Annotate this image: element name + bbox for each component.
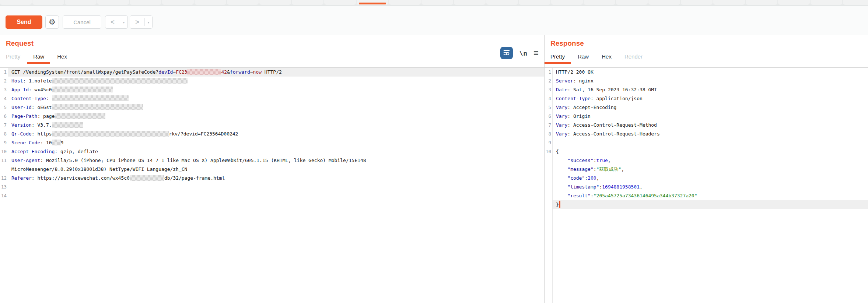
repeater-tab[interactable] (195, 0, 226, 5)
code-segment: Server (556, 78, 573, 84)
repeater-tab[interactable] (551, 0, 583, 5)
code-segment: , (621, 166, 624, 172)
code-text: { (553, 147, 868, 156)
view-tab-hex[interactable]: Hex (596, 50, 617, 64)
code-segment: & (227, 69, 230, 75)
line-number: 1 (0, 68, 8, 77)
code-segment: Content-Type (556, 96, 591, 101)
chevron-left-icon: < (105, 16, 120, 28)
code-segment: HTTP/2 200 OK (556, 69, 594, 75)
repeater-tab[interactable] (584, 0, 615, 5)
response-title: Response (550, 38, 868, 49)
repeater-tab[interactable] (32, 0, 64, 5)
code-line: 2Host: 1.nofete (0, 77, 544, 85)
menu-icon[interactable]: ≡ (533, 49, 539, 57)
code-line: 13 (0, 183, 544, 191)
repeater-tab[interactable] (357, 0, 388, 5)
code-text: Scene-Code: 109 (8, 138, 544, 147)
code-text: Content-Type: (8, 94, 544, 103)
response-editor[interactable]: 1HTTP/2 200 OK2Server: nginx3Date: Sat, … (545, 67, 868, 303)
view-tab-raw[interactable]: Raw (27, 50, 50, 64)
repeater-tab[interactable] (227, 0, 259, 5)
view-tab-pretty[interactable]: Pretty (545, 50, 571, 64)
code-segment: = (173, 69, 176, 75)
code-line: 4Content-Type: application/json (545, 94, 868, 103)
line-number: 14 (0, 191, 8, 200)
code-segment: : 10 (40, 140, 52, 145)
repeater-tab[interactable] (681, 0, 713, 5)
repeater-tab[interactable] (778, 0, 810, 5)
code-line: 14 (0, 191, 544, 200)
code-line: 12Referer: https://servicewechat.com/wx4… (0, 174, 544, 183)
line-number: 8 (0, 130, 8, 138)
repeater-tab[interactable] (324, 0, 356, 5)
code-segment: "获取成功" (596, 166, 622, 172)
code-segment: true (596, 158, 608, 163)
repeater-tab[interactable] (130, 0, 161, 5)
settings-button[interactable]: ⚙ (45, 15, 59, 29)
view-tab-hex[interactable]: Hex (51, 50, 73, 64)
repeater-tab[interactable] (97, 0, 129, 5)
code-text: Date: Sat, 16 Sep 2023 16:32:38 GMT (553, 85, 868, 94)
repeater-tab[interactable] (713, 0, 745, 5)
back-button[interactable]: < ▾ (105, 15, 128, 29)
request-editor-controls: \n ≡ (500, 47, 539, 59)
code-text: Vary: Origin (553, 112, 868, 121)
repeater-tab[interactable] (843, 0, 868, 5)
code-segment: Accept-Encoding (11, 149, 55, 154)
chevron-down-icon[interactable]: ▾ (120, 16, 127, 28)
code-line: 7Version: V3.7. (0, 121, 544, 130)
code-line: 10{ (545, 147, 868, 156)
code-segment: "timestamp" (556, 184, 599, 190)
repeater-tab[interactable] (519, 0, 550, 5)
repeater-tab[interactable] (292, 0, 323, 5)
code-segment: Vary (556, 105, 567, 110)
view-tab-render[interactable]: Render (619, 50, 648, 64)
forward-button[interactable]: > ▾ (130, 15, 153, 29)
repeater-tab[interactable] (616, 0, 648, 5)
code-text: Vary: Access-Control-Request-Method (553, 121, 868, 130)
code-line: 7Vary: Access-Control-Request-Method (545, 121, 868, 130)
line-number: 9 (0, 138, 8, 147)
code-text: Version: V3.7. (8, 121, 544, 130)
code-segment: : (594, 158, 596, 163)
code-segment: 9 (61, 140, 64, 145)
code-segment: Referer (11, 175, 32, 181)
repeater-tab[interactable] (454, 0, 486, 5)
repeater-tab[interactable] (162, 0, 194, 5)
line-number (545, 183, 552, 191)
line-number: 5 (545, 103, 552, 112)
line-number: 9 (545, 138, 552, 147)
code-segment: : Mozilla/5.0 (iPhone; CPU iPhone OS 14_… (40, 158, 366, 163)
code-line: 6Page-Path: page (0, 112, 544, 121)
repeater-tab[interactable] (389, 0, 421, 5)
code-text: GET /VendingSystem/front/smallWxpay/getP… (8, 68, 544, 77)
repeater-tab[interactable] (746, 0, 777, 5)
code-segment: "success" (556, 158, 594, 163)
repeater-tab[interactable] (421, 0, 453, 5)
view-tab-raw[interactable]: Raw (572, 50, 595, 64)
repeater-tab[interactable] (486, 0, 518, 5)
code-text: "success":true, (553, 156, 868, 165)
code-text: HTTP/2 200 OK (553, 68, 868, 77)
chevron-down-icon[interactable]: ▾ (145, 16, 152, 28)
repeater-tab[interactable] (259, 0, 291, 5)
request-editor[interactable]: 1GET /VendingSystem/front/smallWxpay/get… (0, 67, 544, 303)
code-text (8, 183, 544, 191)
repeater-tab[interactable] (65, 0, 97, 5)
repeater-tab[interactable] (0, 0, 32, 5)
repeater-tab[interactable] (811, 0, 842, 5)
line-number: 6 (0, 112, 8, 121)
response-panel: Response PrettyRawHexRender 1HTTP/2 200 … (545, 35, 868, 303)
gear-icon: ⚙ (49, 18, 56, 27)
repeater-tab[interactable] (648, 0, 680, 5)
word-wrap-toggle[interactable] (500, 47, 513, 59)
request-title: Request (6, 38, 544, 49)
send-button[interactable]: Send (6, 15, 42, 29)
show-newlines-toggle[interactable]: \n (519, 49, 527, 57)
cancel-button[interactable]: Cancel (63, 15, 101, 29)
code-line: 8Qr-Code: httpsrkv/?devid=FC23564D00242 (0, 130, 544, 138)
code-segment: : https (32, 131, 52, 137)
code-segment: : application/json (591, 96, 643, 101)
view-tab-pretty[interactable]: Pretty (0, 50, 26, 64)
